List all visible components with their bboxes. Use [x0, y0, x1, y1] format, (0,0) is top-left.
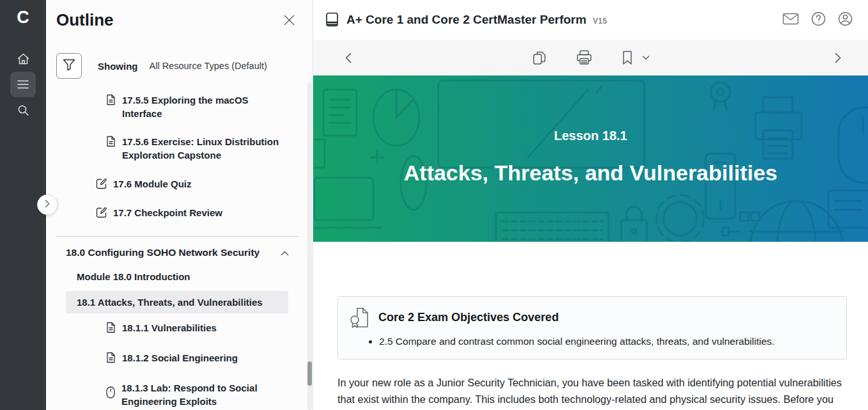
- exam-objectives-list: 2.5 Compare and contrast common social e…: [350, 335, 833, 349]
- outline-item-17-5-5[interactable]: 17.5.5 Exploring the macOS Interface: [46, 87, 308, 127]
- outline-item-17-5-6[interactable]: 17.5.6 Exercise: Linux Distribution Expl…: [46, 129, 308, 168]
- comptia-logo: C: [0, 8, 46, 28]
- account-button[interactable]: [838, 12, 853, 29]
- bookmark-icon: [622, 51, 633, 65]
- resource-filter-row: Showing All Resource Types (Default): [56, 53, 267, 79]
- print-button[interactable]: [576, 50, 593, 65]
- filter-button[interactable]: [56, 53, 82, 79]
- chevron-right-icon: [835, 54, 841, 65]
- app-window: C: [0, 0, 868, 410]
- outline-scrollbar-thumb[interactable]: [307, 361, 312, 386]
- next-page-button[interactable]: [835, 52, 841, 66]
- messages-button[interactable]: [782, 13, 799, 28]
- tech-pattern-decoration: [313, 75, 868, 242]
- lesson-hero-banner: Lesson 18.1 Attacks, Threats, and Vulner…: [313, 75, 868, 242]
- outline-divider: [56, 236, 298, 237]
- document-icon: [106, 136, 116, 150]
- printer-icon: [576, 50, 593, 65]
- lesson-toolbar: [313, 40, 868, 75]
- filter-value[interactable]: All Resource Types (Default): [150, 61, 267, 71]
- course-version-badge: V15: [593, 17, 607, 26]
- main-content-area: A+ Core 1 and Core 2 CertMaster Perform …: [313, 0, 868, 410]
- outline-panel-title: Outline: [56, 10, 114, 30]
- outline-section-18-0[interactable]: 18.0 Configuring SOHO Network Security: [46, 242, 308, 264]
- outline-item-18-1-selected[interactable]: 18.1 Attacks, Threats, and Vulnerabiliti…: [66, 291, 288, 313]
- copy-icon: [532, 50, 546, 66]
- outline-menu-button[interactable]: [10, 72, 36, 97]
- quiz-icon: [96, 178, 107, 192]
- outline-item-18-1-1[interactable]: 18.1.1 Vulnerabilities: [46, 315, 308, 342]
- document-icon: [106, 322, 116, 336]
- exam-objective-item: 2.5 Compare and contrast common social e…: [379, 335, 833, 349]
- copy-button[interactable]: [532, 50, 546, 66]
- close-outline-button[interactable]: [282, 14, 296, 28]
- certificate-icon: [350, 306, 369, 329]
- menu-icon: [17, 80, 29, 89]
- account-icon: [838, 12, 853, 29]
- outline-item-18-1-2[interactable]: 18.1.2 Social Engineering: [46, 345, 308, 372]
- search-button[interactable]: [10, 97, 36, 123]
- document-icon: [106, 352, 116, 366]
- panel-expand-button[interactable]: [37, 194, 58, 215]
- outline-item-17-7[interactable]: 17.7 Checkpoint Review: [46, 200, 308, 227]
- bookmark-button[interactable]: [622, 51, 633, 65]
- lesson-number: Lesson 18.1: [313, 129, 868, 143]
- exam-objectives-box: Core 2 Exam Objectives Covered 2.5 Compa…: [337, 296, 847, 359]
- lesson-intro-paragraph: In your new role as a Junior Security Te…: [337, 374, 842, 410]
- outline-item-17-6[interactable]: 17.6 Module Quiz: [46, 171, 308, 198]
- course-header: A+ Core 1 and Core 2 CertMaster Perform …: [313, 0, 868, 40]
- chevron-right-icon: [45, 199, 50, 210]
- outline-panel: Outline Showing All Resource Types (Defa…: [46, 0, 313, 410]
- lesson-title: Attacks, Threats, and Vulnerabilities: [313, 161, 868, 185]
- close-icon: [284, 15, 295, 28]
- filter-funnel-icon: [63, 59, 75, 74]
- outline-list: 17.5.5 Exploring the macOS Interface 17.…: [46, 87, 308, 410]
- chevron-down-icon: [642, 56, 649, 60]
- course-title: A+ Core 1 and Core 2 CertMaster Perform: [346, 13, 586, 27]
- search-icon: [17, 104, 29, 116]
- lesson-body: Core 2 Exam Objectives Covered 2.5 Compa…: [313, 242, 868, 410]
- course-book-icon: [325, 12, 339, 28]
- mail-icon: [782, 13, 799, 28]
- chevron-up-icon[interactable]: [281, 247, 289, 258]
- exam-objectives-title: Core 2 Exam Objectives Covered: [378, 311, 559, 324]
- document-icon: [106, 94, 116, 108]
- quiz-icon: [96, 207, 107, 221]
- bookmark-menu-button[interactable]: [642, 56, 649, 60]
- help-icon: [811, 12, 826, 29]
- outline-item-module-intro[interactable]: Module 18.0 Introduction: [46, 264, 308, 290]
- filter-showing-label: Showing: [98, 61, 138, 72]
- home-icon: [17, 52, 30, 65]
- outline-item-18-1-3[interactable]: 18.1.3 Lab: Respond to Social Engineerin…: [46, 375, 308, 410]
- help-button[interactable]: [811, 12, 826, 29]
- mouse-icon: [106, 386, 115, 401]
- home-button[interactable]: [10, 46, 36, 72]
